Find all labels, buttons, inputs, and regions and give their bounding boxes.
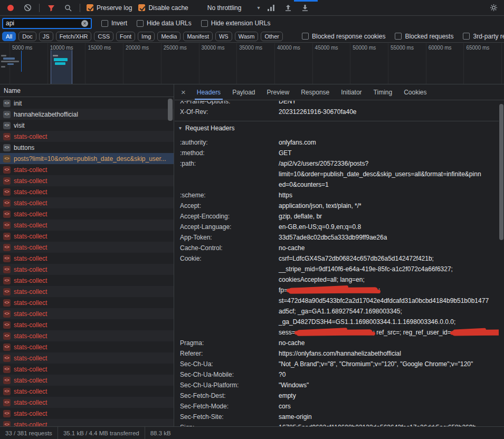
request-row[interactable]: <>stats-collect bbox=[0, 242, 174, 253]
type-filter-fetch-xhr[interactable]: Fetch/XHR bbox=[56, 32, 92, 41]
waterfall-activity bbox=[1, 55, 6, 56]
disable-cache-checkbox[interactable]: Disable cache bbox=[138, 4, 188, 12]
header-value: no-cache bbox=[279, 338, 305, 348]
request-row[interactable]: <>stats-collect bbox=[0, 330, 174, 341]
request-row[interactable]: <>init bbox=[0, 98, 174, 109]
record-button[interactable] bbox=[5, 2, 16, 14]
request-row[interactable]: <>hannahelizabethofficial bbox=[0, 109, 174, 120]
export-har-button[interactable] bbox=[300, 2, 310, 14]
request-row[interactable]: <>stats-collect bbox=[0, 164, 174, 175]
type-filter-wasm[interactable]: Wasm bbox=[235, 32, 259, 41]
request-type-icon: <> bbox=[3, 321, 11, 329]
request-row[interactable]: <>stats-collect bbox=[0, 197, 174, 208]
request-row[interactable]: <>stats-collect bbox=[0, 386, 174, 397]
advanced-filter-checkboxes: Blocked response cookies Blocked request… bbox=[302, 33, 504, 40]
tab-cookies[interactable]: Cookies bbox=[398, 84, 432, 100]
blocked-response-cookies-checkbox[interactable]: Blocked response cookies bbox=[302, 33, 385, 40]
search-button[interactable] bbox=[63, 2, 73, 14]
type-filter-other[interactable]: Other bbox=[261, 32, 283, 41]
request-table: Name <>init<>hannahelizabethofficial<>vi… bbox=[0, 84, 174, 426]
header-row: Sign:16785:5aad9602cf110608b03133de56364… bbox=[175, 422, 499, 426]
blocked-requests-checkbox[interactable]: Blocked requests bbox=[395, 33, 453, 40]
request-row[interactable]: <>stats-collect bbox=[0, 131, 174, 142]
details-scrollbar[interactable] bbox=[499, 101, 503, 426]
request-row[interactable]: <>stats-collect bbox=[0, 231, 174, 242]
filter-toggle-button[interactable] bbox=[46, 2, 56, 14]
checkbox-box bbox=[201, 20, 208, 27]
request-row[interactable]: <>stats-collect bbox=[0, 297, 174, 308]
request-row[interactable]: <>stats-collect bbox=[0, 275, 174, 286]
request-headers-section-header[interactable]: ▾ Request Headers bbox=[175, 121, 499, 135]
type-filter-img[interactable]: Img bbox=[138, 32, 155, 41]
name-column-header[interactable]: Name bbox=[0, 84, 174, 97]
type-filter-ws[interactable]: WS bbox=[215, 32, 232, 41]
clear-filter-icon[interactable]: × bbox=[81, 20, 88, 27]
header-row: Sec-Fetch-Dest:empty bbox=[175, 390, 499, 401]
close-details-icon[interactable]: × bbox=[175, 88, 191, 97]
hide-extension-urls-checkbox[interactable]: Hide extension URLs bbox=[201, 20, 271, 27]
request-row[interactable]: <>posts?limit=10&order=publish_date_desc… bbox=[0, 153, 174, 164]
request-row[interactable]: <>stats-collect bbox=[0, 419, 174, 426]
request-row[interactable]: <>buttons bbox=[0, 142, 174, 153]
third-party-requests-checkbox[interactable]: 3rd-party requests bbox=[463, 33, 504, 40]
throttling-select[interactable]: No throttling▾ bbox=[207, 4, 260, 12]
type-filter-manifest[interactable]: Manifest bbox=[183, 32, 213, 41]
network-overview-timeline[interactable]: 5000 ms10000 ms15000 ms20000 ms25000 ms3… bbox=[0, 43, 504, 84]
header-value: cors bbox=[279, 401, 291, 412]
network-conditions-button[interactable] bbox=[266, 2, 277, 14]
network-filter-bar: api × Invert Hide data URLs Hide extensi… bbox=[0, 16, 504, 30]
load-event-marker bbox=[21, 51, 22, 72]
tab-headers[interactable]: Headers bbox=[191, 84, 226, 100]
request-row[interactable]: <>stats-collect bbox=[0, 208, 174, 219]
filter-input[interactable]: api × bbox=[2, 18, 92, 29]
tab-timing[interactable]: Timing bbox=[368, 84, 398, 100]
request-row[interactable]: <>stats-collect bbox=[0, 264, 174, 275]
request-row[interactable]: <>stats-collect bbox=[0, 397, 174, 408]
settings-button[interactable] bbox=[488, 2, 499, 14]
request-row[interactable]: <>stats-collect bbox=[0, 364, 174, 375]
request-list-scrollbar[interactable] bbox=[168, 98, 173, 426]
import-har-button[interactable] bbox=[283, 2, 293, 14]
tab-initiator[interactable]: Initiator bbox=[335, 84, 367, 100]
request-row[interactable]: <>stats-collect bbox=[0, 352, 174, 364]
type-filter-font[interactable]: Font bbox=[116, 32, 135, 41]
requests-count[interactable]: 33 / 381 requests bbox=[0, 430, 58, 436]
invert-checkbox[interactable]: Invert bbox=[101, 20, 127, 27]
redaction-scribble bbox=[296, 330, 373, 337]
header-row: Sec-Fetch-Site:same-origin bbox=[175, 412, 499, 422]
scrollbar-thumb[interactable] bbox=[168, 99, 173, 121]
timeline-selection[interactable] bbox=[51, 50, 72, 84]
type-filter-all[interactable]: All bbox=[2, 32, 16, 41]
request-type-icon: <> bbox=[3, 377, 11, 384]
request-row[interactable]: <>stats-collect bbox=[0, 253, 174, 264]
waterfall-activity bbox=[55, 62, 65, 65]
request-row[interactable]: <>stats-collect bbox=[0, 286, 174, 297]
timeline-tick: 50000 ms bbox=[350, 43, 350, 84]
tab-response[interactable]: Response bbox=[295, 84, 335, 100]
clear-network-log-button[interactable] bbox=[22, 2, 33, 14]
request-row[interactable]: <>stats-collect bbox=[0, 219, 174, 231]
request-row[interactable]: <>visit bbox=[0, 120, 174, 131]
request-row[interactable]: <>stats-collect bbox=[0, 186, 174, 197]
header-name: X-Frame-Options: bbox=[175, 101, 279, 107]
request-row[interactable]: <>stats-collect bbox=[0, 175, 174, 186]
type-filter-media[interactable]: Media bbox=[157, 32, 180, 41]
request-row[interactable]: <>stats-collect bbox=[0, 319, 174, 330]
request-name: stats-collect bbox=[14, 266, 47, 273]
tab-payload[interactable]: Payload bbox=[226, 84, 261, 100]
tab-preview[interactable]: Preview bbox=[261, 84, 296, 100]
request-row[interactable]: <>stats-collect bbox=[0, 308, 174, 319]
type-filter-css[interactable]: CSS bbox=[94, 32, 113, 41]
type-filter-js[interactable]: JS bbox=[39, 32, 53, 41]
preserve-log-checkbox[interactable]: Preserve log bbox=[87, 4, 132, 12]
type-filter-doc[interactable]: Doc bbox=[18, 32, 36, 41]
hide-data-urls-checkbox[interactable]: Hide data URLs bbox=[137, 20, 192, 27]
request-row[interactable]: <>stats-collect bbox=[0, 375, 174, 386]
request-name: stats-collect bbox=[14, 310, 47, 318]
hide-extension-urls-label: Hide extension URLs bbox=[211, 20, 271, 27]
request-name: buttons bbox=[14, 144, 34, 151]
request-row[interactable]: <>stats-collect bbox=[0, 341, 174, 352]
gear-icon bbox=[490, 4, 498, 12]
request-row[interactable]: <>stats-collect bbox=[0, 408, 174, 419]
scrollbar-thumb[interactable] bbox=[499, 104, 503, 240]
